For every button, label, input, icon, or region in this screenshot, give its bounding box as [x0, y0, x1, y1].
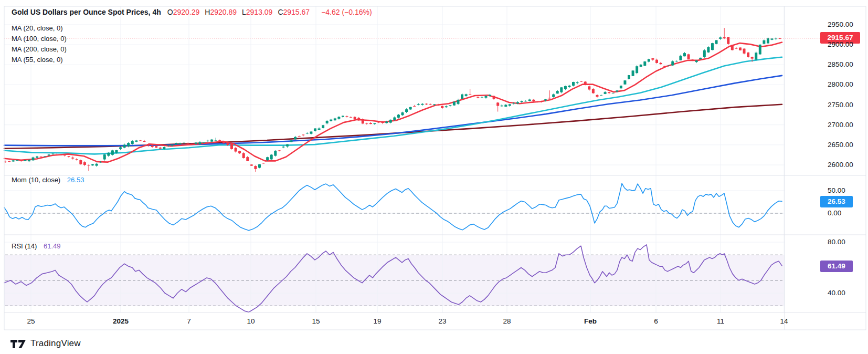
- price-tick-label: 2800.00: [828, 80, 853, 89]
- momentum-tick-label: 0.00: [828, 209, 841, 217]
- time-tick-label: 28: [503, 317, 511, 325]
- chart-canvas[interactable]: [0, 0, 868, 354]
- tradingview-chart: Gold US Dollars per Ounce Spot Prices, 4…: [0, 0, 868, 354]
- time-tick-label: 23: [438, 317, 446, 325]
- ohlc-segment: C2915.67: [278, 8, 310, 16]
- time-tick-label: Feb: [584, 317, 597, 325]
- ohlc-segment: O2920.29: [167, 8, 200, 16]
- time-tick-label: 6: [654, 317, 658, 325]
- price-tick-label: 2950.00: [828, 20, 853, 29]
- rsi-tick-label: 40.00: [828, 289, 845, 297]
- momentum-tick-label: 50.00: [828, 186, 845, 195]
- legend-item-ma-4[interactable]: MA (55, close, 0): [12, 55, 63, 65]
- price-tick-label: 2750.00: [828, 101, 853, 109]
- tradingview-logo[interactable]: TradingView: [10, 338, 81, 349]
- time-tick-label: 15: [312, 317, 320, 325]
- price-tick-label: 2900.00: [828, 40, 853, 49]
- time-tick-label: 11: [717, 317, 724, 325]
- tradingview-logo-text: TradingView: [30, 338, 81, 349]
- ohlc-segment: L2913.09: [242, 8, 272, 16]
- price-axis[interactable]: 2915.67 26.53 61.49 2950.002900.002850.0…: [785, 6, 868, 313]
- time-tick-label: 19: [373, 317, 381, 325]
- ohlc-values: O2920.29H2920.89L2913.09C2915.67: [167, 8, 315, 16]
- price-change: −4.62 (−0.16%): [321, 8, 372, 16]
- time-tick-label: 25: [27, 317, 35, 325]
- momentum-value: 26.53: [67, 176, 84, 184]
- ohlc-segment: H2920.89: [205, 8, 237, 16]
- rsi-legend[interactable]: RSI (14) 61.49: [12, 242, 61, 250]
- legend-item-ma-1[interactable]: MA (20, close, 0): [12, 24, 63, 33]
- time-tick-label: 7: [187, 317, 191, 325]
- symbol-title: Gold US Dollars per Ounce Spot Prices, 4…: [12, 8, 161, 16]
- momentum-badge: 26.53: [820, 196, 853, 207]
- price-tick-label: 2650.00: [828, 141, 853, 149]
- rsi-tick-label: 80.00: [828, 238, 845, 246]
- rsi-label: RSI (14): [12, 242, 37, 250]
- price-tick-label: 2600.00: [828, 161, 853, 169]
- time-tick-label: 14: [780, 317, 788, 325]
- legend-item-ma-2[interactable]: MA (100, close, 0): [12, 34, 67, 44]
- price-tick-label: 2850.00: [828, 60, 853, 69]
- time-tick-label: 2025: [113, 317, 129, 325]
- rsi-value: 61.49: [44, 242, 61, 250]
- time-tick-label: 10: [247, 317, 255, 325]
- legend-item-ma-3[interactable]: MA (200, close, 0): [12, 45, 67, 54]
- momentum-legend[interactable]: Mom (10, close) 26.53: [12, 176, 84, 184]
- price-tick-label: 2700.00: [828, 121, 853, 129]
- rsi-badge: 61.49: [820, 261, 853, 272]
- tradingview-logo-icon: [10, 338, 26, 349]
- time-axis[interactable]: 25202571015192328Feb61114: [4, 313, 785, 330]
- chart-title-row: Gold US Dollars per Ounce Spot Prices, 4…: [12, 8, 372, 16]
- momentum-label: Mom (10, close): [12, 176, 60, 184]
